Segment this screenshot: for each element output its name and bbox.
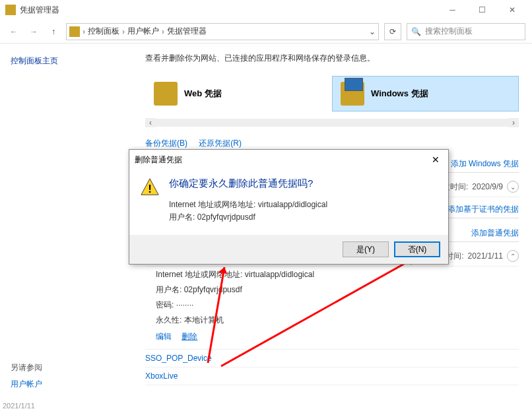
confirm-delete-dialog: 删除普通凭据 ✕ ! 你确定要永久删除此普通凭据吗? Internet 地址或网… (129, 149, 449, 265)
sidebar: 控制面板主页 另请参阅 用户帐户 2021/1/11 (0, 44, 132, 411)
detail-user-label: 用户名: (156, 285, 182, 294)
credential-row-sso[interactable]: SSO_POP_Device (145, 350, 519, 367)
folder-icon (69, 26, 80, 37)
chevron-down-icon[interactable]: ⌄ (369, 27, 376, 36)
detail-persist-value: 本地计算机 (184, 315, 224, 325)
forward-button: → (26, 24, 41, 39)
credential-details: Internet 地址或网络地址: virtualapp/didlogical … (145, 267, 519, 350)
yes-button[interactable]: 是(Y) (343, 241, 389, 257)
search-icon: 🔍 (411, 27, 421, 36)
sidebar-home-link[interactable]: 控制面板主页 (11, 55, 121, 67)
up-button[interactable]: ↑ (46, 24, 61, 39)
edit-credential-link[interactable]: 编辑 (156, 332, 172, 341)
windows-credentials-tab[interactable]: Windows 凭据 (332, 76, 519, 111)
credential-row-xbox[interactable]: XboxLive (145, 367, 519, 385)
maximize-button[interactable]: ☐ (467, 1, 497, 19)
chevron-up-icon[interactable]: ⌃ (507, 250, 519, 262)
modified-date: 2020/9/9 (472, 182, 503, 191)
dialog-user-value: 02pfyfqvrjdpusdf (197, 212, 255, 222)
windows-cred-label: Windows 凭据 (371, 88, 428, 100)
sidebar-user-accounts-link[interactable]: 用户帐户 (11, 379, 42, 390)
search-placeholder: 搜索控制面板 (425, 26, 473, 37)
web-cred-icon (154, 82, 178, 106)
scroll-left-icon[interactable]: ‹ (145, 118, 156, 127)
dialog-user-label: 用户名: (169, 212, 195, 222)
svg-text:!: ! (148, 183, 152, 195)
warning-icon: ! (140, 177, 160, 197)
add-cert-credential-link[interactable]: 添加基于证书的凭据 (448, 204, 519, 215)
navbar: ← → ↑ › 控制面板 › 用户帐户 › 凭据管理器 ⌄ ⟳ 🔍 搜索控制面板 (0, 20, 532, 44)
breadcrumb-sep: › (83, 27, 85, 36)
detail-persist-label: 永久性: (156, 315, 182, 325)
credential-name: SSO_POP_Device (145, 354, 212, 363)
titlebar: 凭据管理器 ─ ☐ ✕ (0, 0, 532, 20)
breadcrumb-sep: › (122, 27, 125, 36)
horizontal-scrollbar[interactable]: ‹ › (145, 117, 519, 129)
web-cred-label: Web 凭据 (184, 88, 222, 100)
backup-credentials-link[interactable]: 备份凭据(B) (145, 139, 187, 148)
detail-password-value: ········ (176, 300, 194, 309)
window-title: 凭据管理器 (20, 5, 438, 16)
dialog-address-label: Internet 地址或网络地址: (169, 200, 255, 209)
scroll-right-icon[interactable]: › (508, 118, 519, 127)
minimize-button[interactable]: ─ (438, 1, 467, 19)
search-input[interactable]: 🔍 搜索控制面板 (407, 23, 525, 40)
chevron-down-icon[interactable]: ⌄ (507, 181, 519, 193)
detail-address-value: virtualapp/didlogical (245, 270, 314, 279)
breadcrumb[interactable]: › 控制面板 › 用户帐户 › 凭据管理器 ⌄ (66, 23, 379, 40)
delete-credential-link[interactable]: 删除 (182, 332, 197, 341)
crumb-user-accounts[interactable]: 用户帐户 (127, 26, 159, 37)
add-windows-credential-link[interactable]: 添加 Windows 凭据 (451, 158, 519, 170)
add-generic-credential-link[interactable]: 添加普通凭据 (471, 228, 519, 239)
scroll-track[interactable] (156, 119, 508, 127)
back-button[interactable]: ← (7, 24, 21, 39)
detail-password-label: 密码: (156, 300, 174, 309)
dialog-question: 你确定要永久删除此普通凭据吗? (169, 177, 327, 190)
dialog-close-button[interactable]: ✕ (428, 152, 443, 167)
detail-user-value: 02pfyfqvrjdpusdf (184, 285, 242, 294)
crumb-credential-manager[interactable]: 凭据管理器 (167, 26, 207, 37)
web-credentials-tab[interactable]: Web 凭据 (145, 76, 332, 111)
no-button[interactable]: 否(N) (394, 241, 440, 257)
restore-credentials-link[interactable]: 还原凭据(R) (199, 139, 242, 148)
crumb-control-panel[interactable]: 控制面板 (88, 26, 119, 37)
windows-cred-icon (341, 82, 364, 106)
breadcrumb-sep: › (162, 27, 164, 36)
credential-name: XboxLive (145, 371, 178, 381)
modified-date: 2021/1/11 (468, 251, 503, 261)
app-icon (5, 5, 16, 15)
see-also-label: 另请参阅 (11, 362, 42, 373)
detail-address-label: Internet 地址或网络地址: (156, 270, 242, 279)
footer-timestamp: 2021/1/11 (3, 402, 35, 410)
refresh-button[interactable]: ⟳ (384, 23, 401, 40)
close-button[interactable]: ✕ (497, 1, 527, 19)
intro-text: 查看并删除你为网站、已连接的应用程序和网络保存的登录信息。 (145, 53, 519, 64)
dialog-title: 删除普通凭据 (135, 154, 182, 166)
dialog-address-value: virtualapp/didlogical (258, 200, 327, 209)
